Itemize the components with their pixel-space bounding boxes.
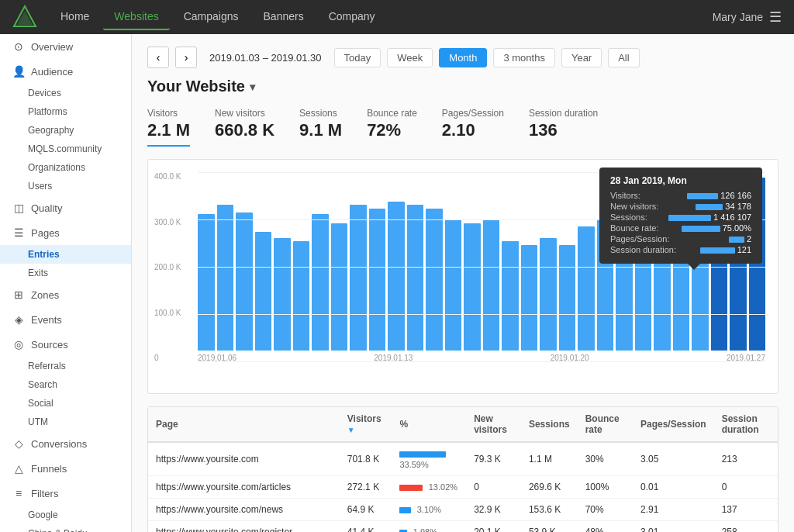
col-header-visitors[interactable]: Visitors ▼ [340,407,392,442]
bar-15[interactable] [483,219,500,351]
stat-new-visitors-value: 660.8 K [215,120,274,140]
sidebar-item-conversions[interactable]: ◇ Conversions [0,431,131,456]
sidebar-sub-google[interactable]: Google [0,506,131,524]
bar-0[interactable] [198,214,215,351]
sidebar-label-conversions: Conversions [31,438,87,450]
sidebar-label-audience: Audience [31,66,73,78]
sidebar-sub-exits[interactable]: Exits [0,264,131,282]
bar-2[interactable] [236,212,253,351]
tooltip-title: 28 Jan 2019, Mon [610,175,751,186]
bar-8[interactable] [350,205,367,351]
sidebar-sub-geography[interactable]: Geography [0,121,131,140]
sidebar-item-overview[interactable]: ⊙ Overview [0,34,131,59]
3months-button[interactable]: 3 months [493,48,554,67]
week-button[interactable]: Week [387,48,433,67]
sidebar-item-zones[interactable]: ⊞ Zones [0,282,131,307]
sidebar-sub-social[interactable]: Social [0,394,131,413]
cell-visitors: 701.8 K [340,442,392,476]
bar-9[interactable] [369,209,386,351]
sidebar-sub-entries[interactable]: Entries [0,245,131,264]
quality-icon: ◫ [12,202,25,214]
nav-company[interactable]: Company [318,4,386,30]
pct-text: 1.98% [413,527,437,532]
sidebar-sub-search[interactable]: Search [0,375,131,394]
bar-1[interactable] [217,205,234,351]
bar-12[interactable] [426,209,443,351]
bar-13[interactable] [445,219,462,351]
cell-pps: 3.01 [633,521,714,533]
nav-home[interactable]: Home [50,4,100,30]
funnels-icon: △ [12,462,25,475]
tooltip-pps-bar [729,237,744,243]
sidebar-item-filters[interactable]: ≡ Filters [0,481,131,506]
bar-19[interactable] [559,245,576,351]
sidebar-item-pages[interactable]: ☰ Pages [0,220,131,245]
x-label-jan13: 2019.01.13 [374,354,413,362]
stat-duration-label: Session duration [529,108,598,119]
today-button[interactable]: Today [334,48,381,67]
sidebar-item-events[interactable]: ◈ Events [0,307,131,332]
month-button[interactable]: Month [439,48,487,67]
website-dropdown-icon[interactable]: ▾ [250,81,255,93]
cell-visitors: 41.4 K [340,521,392,533]
cell-pct: 1.98% [392,521,466,533]
cell-visitors: 64.9 K [340,499,392,521]
bar-11[interactable] [407,205,424,351]
sidebar-sub-organizations[interactable]: Organizations [0,158,131,177]
sidebar-item-audience[interactable]: 👤 Audience [0,59,131,84]
cell-sessions: 53.9 K [521,521,578,533]
stat-duration-value: 136 [529,120,598,140]
tooltip-pps-val: 2 [747,234,751,244]
sidebar-label-filters: Filters [31,488,58,499]
bar-20[interactable] [578,226,595,351]
sidebar-label-funnels: Funnels [31,463,67,475]
cell-duration: 258 [714,521,778,533]
year-button[interactable]: Year [561,48,602,67]
bar-17[interactable] [521,245,538,351]
bar-5[interactable] [293,241,310,351]
sidebar-sub-referrals[interactable]: Referrals [0,357,131,375]
pct-text: 3.10% [417,505,441,514]
bar-18[interactable] [540,238,557,351]
sidebar-item-funnels[interactable]: △ Funnels [0,456,131,481]
prev-date-button[interactable]: ‹ [147,47,169,68]
bar-6[interactable] [312,214,329,351]
sidebar-item-quality[interactable]: ◫ Quality [0,195,131,220]
sidebar-sub-platforms[interactable]: Platforms [0,102,131,121]
sidebar-sub-mqls[interactable]: MQLS.community [0,140,131,158]
bar-14[interactable] [464,223,481,351]
next-date-button[interactable]: › [175,47,197,68]
bar-16[interactable] [502,241,519,351]
all-button[interactable]: All [608,48,639,67]
stat-sessions-label: Sessions [299,108,342,119]
stat-bounce: Bounce rate 72% [367,108,417,147]
sidebar-sub-utm[interactable]: UTM [0,413,131,431]
x-label-jan6: 2019.01.06 [198,354,236,362]
user-menu-icon[interactable]: ☰ [769,9,782,26]
col-header-new-visitors: New visitors [466,407,521,442]
sidebar-item-sources[interactable]: ◎ Sources [0,332,131,357]
tooltip-sessions-bar [668,215,711,221]
bar-7[interactable] [331,223,348,351]
sidebar-label-sources: Sources [31,339,68,351]
tooltip-visitors-val: 126 166 [720,191,751,200]
sidebar-sub-users[interactable]: Users [0,177,131,195]
y-label-200: 200.0 K [154,263,181,271]
sidebar-sub-china-baidu[interactable]: China & Baidu [0,524,131,532]
cell-pct: 3.10% [392,499,466,521]
nav-banners[interactable]: Banners [253,4,315,30]
chart-y-labels: 400.0 K 300.0 K 200.0 K 100.0 K 0 [154,172,181,362]
col-header-pct: % [392,407,466,442]
nav-campaigns[interactable]: Campaigns [173,4,250,30]
nav-websites[interactable]: Websites [103,4,169,30]
tooltip-duration-label: Session duration: [610,245,676,254]
content-area: ‹ › 2019.01.03 – 2019.01.30 Today Week M… [132,34,794,532]
y-label-0: 0 [154,354,181,362]
filters-icon: ≡ [12,487,25,499]
bar-10[interactable] [388,202,405,351]
bar-4[interactable] [274,238,291,351]
sidebar-sub-devices[interactable]: Devices [0,84,131,102]
cell-duration: 137 [714,499,778,521]
bar-3[interactable] [255,232,272,351]
stat-pps-value: 2.10 [442,120,504,140]
